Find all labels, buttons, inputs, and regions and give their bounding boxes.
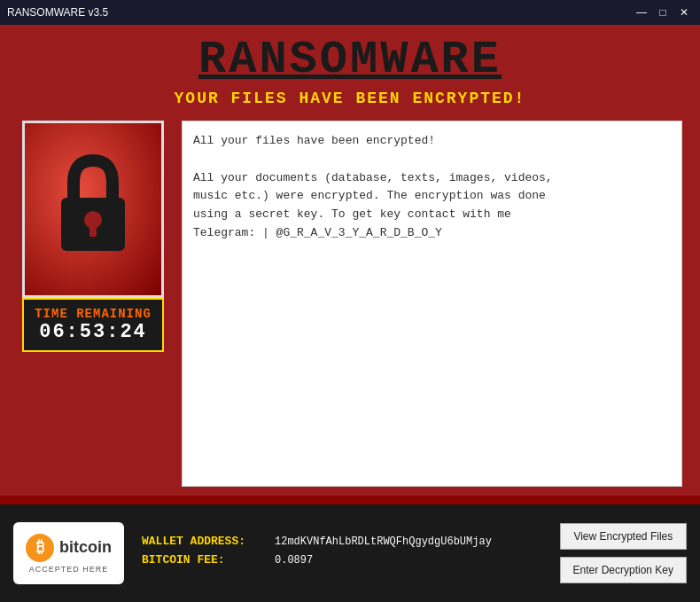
middle-section: TIME REMAINING 06:53:24 All your files h…	[18, 121, 682, 487]
timer-value: 06:53:24	[31, 321, 155, 343]
wallet-fee-value: 0.0897	[275, 554, 313, 567]
main-window: RANSOMWARE v3.5 — □ ✕ PC RANSOMWARE YOUR…	[0, 0, 700, 602]
left-panel: TIME REMAINING 06:53:24	[18, 121, 168, 487]
timer-label: TIME REMAINING	[31, 307, 155, 321]
wallet-address-row: WALLET ADDRESS: 12mdKVNfAhLbRDLtRWQFhQgy…	[142, 535, 542, 548]
bitcoin-name: bitcoin	[59, 538, 112, 557]
wallet-fee-label: BITCOIN FEE:	[142, 553, 275, 567]
view-encrypted-button[interactable]: View Encrypted Files	[560, 523, 687, 550]
action-buttons: View Encrypted Files Enter Decryption Ke…	[560, 523, 687, 583]
window-controls: — □ ✕	[633, 5, 693, 20]
header-section: RANSOMWARE YOUR FILES HAVE BEEN ENCRYPTE…	[18, 34, 682, 107]
titlebar: RANSOMWARE v3.5 — □ ✕	[0, 0, 700, 25]
message-line6: Telegram: | @G_R_A_V_3_Y_A_R_D_B_O_Y	[193, 226, 442, 239]
bitcoin-circle-icon: ₿	[26, 534, 54, 562]
wallet-info: WALLET ADDRESS: 12mdKVNfAhLbRDLtRWQFhQgy…	[142, 535, 542, 572]
svg-rect-2	[89, 224, 97, 237]
bitcoin-logo-row: ₿ bitcoin	[26, 534, 112, 562]
message-line5: using a secret key. To get key contact w…	[193, 207, 511, 221]
main-title: RANSOMWARE	[18, 34, 682, 86]
close-button[interactable]: ✕	[675, 5, 693, 20]
message-box[interactable]: All your files have been encrypted! All …	[182, 121, 682, 487]
wallet-fee-row: BITCOIN FEE: 0.0897	[142, 553, 542, 567]
bitcoin-badge: ₿ bitcoin ACCEPTED HERE	[13, 522, 124, 584]
bottom-section: ₿ bitcoin ACCEPTED HERE WALLET ADDRESS: …	[0, 504, 700, 602]
enter-key-button[interactable]: Enter Decryption Key	[560, 557, 687, 583]
minimize-button[interactable]: —	[633, 5, 650, 20]
lock-image-box	[22, 121, 164, 298]
wallet-address-value: 12mdKVNfAhLbRDLtRWQFhQgydgU6bUMjay	[275, 536, 492, 548]
window-title: RANSOMWARE v3.5	[7, 6, 108, 19]
main-content: PC RANSOMWARE YOUR FILES HAVE BEEN ENCRY…	[0, 25, 700, 496]
message-line4: music etc.) were encrypted. The encrypti…	[193, 189, 546, 202]
subtitle-text: YOUR FILES HAVE BEEN ENCRYPTED!	[18, 90, 682, 107]
message-line3: All your documents (database, texts, ima…	[193, 171, 553, 184]
maximize-button[interactable]: □	[654, 5, 672, 20]
lock-icon	[49, 152, 137, 267]
bitcoin-accepted-label: ACCEPTED HERE	[29, 565, 109, 574]
wallet-address-label: WALLET ADDRESS:	[142, 535, 275, 548]
timer-box: TIME REMAINING 06:53:24	[22, 298, 164, 352]
message-line1: All your files have been encrypted!	[193, 134, 435, 147]
